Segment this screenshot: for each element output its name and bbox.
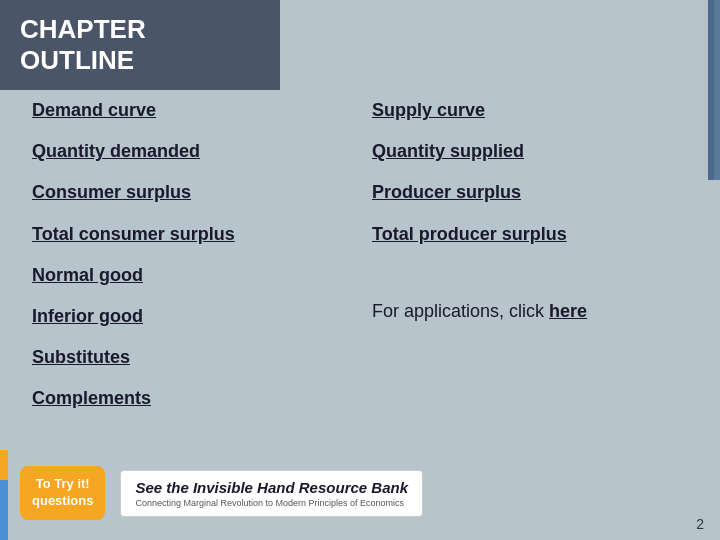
menu-item-quantity-demanded[interactable]: Quantity demanded xyxy=(20,131,360,172)
chapter-title-line2: OUTLINE xyxy=(20,45,134,75)
menu-item-producer-surplus[interactable]: Producer surplus xyxy=(360,172,700,213)
banner-title: See the Invisible Hand Resource Bank xyxy=(135,479,408,496)
right-accent-1 xyxy=(714,0,720,180)
applications-prefix: For applications, click xyxy=(372,301,549,321)
here-link[interactable]: here xyxy=(549,301,587,321)
chapter-title-line1: CHAPTER xyxy=(20,14,146,44)
menu-item-substitutes[interactable]: Substitutes xyxy=(20,337,360,378)
try-it-line1: To Try it! xyxy=(32,476,93,493)
left-accent-orange xyxy=(0,450,8,480)
banner-subtitle: Connecting Marginal Revolution to Modern… xyxy=(135,498,408,508)
menu-item-normal-good[interactable]: Normal good xyxy=(20,255,360,296)
slide: CHAPTER OUTLINE Demand curve Quantity de… xyxy=(0,0,720,540)
invisible-hand-banner[interactable]: See the Invisible Hand Resource Bank Con… xyxy=(120,470,423,517)
right-accent-2 xyxy=(708,0,714,180)
menu-col2: Supply curve Quantity supplied Producer … xyxy=(360,90,700,420)
menu-item-supply-curve[interactable]: Supply curve xyxy=(360,90,700,131)
menu-item-total-producer-surplus[interactable]: Total producer surplus xyxy=(360,214,700,255)
try-it-line2: questions xyxy=(32,493,93,510)
menu-item-quantity-supplied[interactable]: Quantity supplied xyxy=(360,131,700,172)
applications-text: For applications, click here xyxy=(360,293,700,330)
menu-grid: Demand curve Quantity demanded Consumer … xyxy=(20,90,700,420)
menu-item-inferior-good[interactable]: Inferior good xyxy=(20,296,360,337)
menu-item-complements[interactable]: Complements xyxy=(20,378,360,419)
chapter-title: CHAPTER OUTLINE xyxy=(20,14,260,76)
menu-col1: Demand curve Quantity demanded Consumer … xyxy=(20,90,360,420)
menu-item-demand-curve[interactable]: Demand curve xyxy=(20,90,360,131)
left-accent-blue xyxy=(0,480,8,540)
page-number: 2 xyxy=(696,516,704,532)
menu-item-consumer-surplus[interactable]: Consumer surplus xyxy=(20,172,360,213)
bottom-section: To Try it! questions See the Invisible H… xyxy=(0,466,720,520)
header-box: CHAPTER OUTLINE xyxy=(0,0,280,90)
menu-item-total-consumer-surplus[interactable]: Total consumer surplus xyxy=(20,214,360,255)
try-it-button[interactable]: To Try it! questions xyxy=(20,466,105,520)
